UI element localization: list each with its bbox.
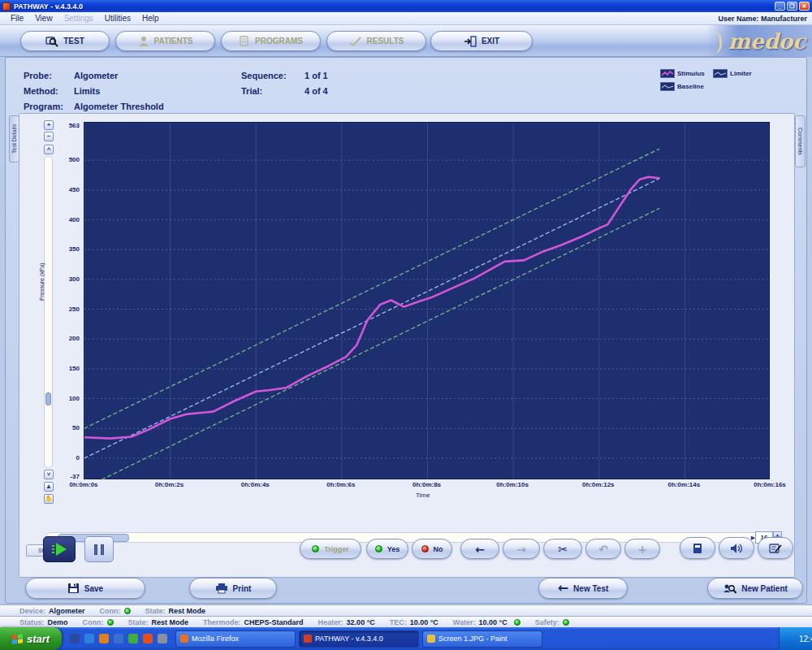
- maximize-button[interactable]: ❐: [787, 2, 797, 11]
- undo-icon: ↶: [598, 544, 608, 555]
- medoc-logo-block: ) medoc: [706, 25, 812, 57]
- safety-status-icon: [563, 619, 569, 626]
- new-test-arrow-icon: ←: [558, 582, 568, 595]
- sequence-label: Sequence:: [241, 71, 304, 80]
- vertical-scrollbar[interactable]: [44, 156, 53, 468]
- tray-icons: [784, 635, 793, 643]
- quick-launch-icon-4[interactable]: [114, 634, 123, 644]
- next-trial-button: →: [503, 539, 540, 559]
- x-tick-label: 0h:0m:16s: [754, 481, 786, 488]
- test-info: Probe:Algometer Method:Limits Program:Al…: [24, 67, 164, 114]
- zoom-out-button[interactable]: −: [44, 132, 54, 141]
- status-label: Status:: [19, 618, 45, 626]
- yes-dot-icon: [375, 545, 382, 552]
- save-button[interactable]: Save: [25, 578, 145, 599]
- y-tick-label: 0: [76, 454, 80, 462]
- play-button[interactable]: [43, 536, 76, 562]
- yes-button[interactable]: Yes: [366, 539, 408, 559]
- plot-area[interactable]: [84, 122, 770, 479]
- minimize-button[interactable]: _: [775, 2, 785, 11]
- task-firefox-label: Mozilla Firefox: [192, 635, 239, 643]
- user-name: User Name: Manufacturer: [718, 15, 807, 23]
- user-name-value: Manufacturer: [761, 15, 807, 23]
- quick-launch-icon-1[interactable]: [70, 634, 80, 644]
- no-dot-icon: [421, 545, 429, 552]
- quick-launch-icon-2[interactable]: [84, 634, 94, 644]
- test-details-tab[interactable]: Test Details: [9, 115, 19, 162]
- report-icon: [692, 543, 704, 554]
- task-pathway[interactable]: PATHWAY - v.4.3.4.0: [299, 630, 419, 648]
- magnifier-icon: [45, 36, 58, 47]
- menu-view[interactable]: View: [29, 14, 58, 23]
- play-icon: [56, 543, 67, 556]
- quick-launch-icon-7[interactable]: [158, 634, 167, 644]
- task-firefox[interactable]: Mozilla Firefox: [175, 630, 296, 648]
- plus-icon: +: [637, 544, 647, 555]
- quick-launch-icon-3[interactable]: [99, 634, 109, 644]
- y-tick-label: 100: [69, 395, 80, 402]
- device-label: Device:: [19, 607, 45, 615]
- comments-tab[interactable]: Comments: [795, 115, 806, 167]
- y-tick-label: 563: [69, 122, 80, 129]
- programs-button: PROGRAMS: [221, 31, 321, 51]
- water-label: Water:: [453, 618, 476, 626]
- notes-button[interactable]: [758, 537, 793, 559]
- probe-value: Algometer: [74, 71, 118, 80]
- method-value: Limits: [74, 86, 100, 96]
- water-status-icon: [514, 619, 520, 626]
- conn-status-icon: [124, 608, 131, 614]
- sequence-value: 1 of 1: [304, 71, 328, 80]
- menu-help[interactable]: Help: [136, 14, 165, 23]
- task-paint[interactable]: Screen 1.JPG - Paint: [422, 630, 542, 648]
- back-arrow-icon: ←: [475, 544, 485, 555]
- results-button: RESULTS: [326, 31, 426, 51]
- task-pathway-label: PATHWAY - v.4.3.4.0: [315, 635, 383, 643]
- quick-launch-bar: [70, 634, 167, 644]
- quick-launch-icon-5[interactable]: [128, 634, 138, 644]
- close-button[interactable]: ✕: [799, 2, 810, 11]
- print-button[interactable]: Print: [189, 578, 277, 599]
- new-patient-button[interactable]: New Patient: [707, 578, 803, 599]
- quick-launch-icon-6[interactable]: [143, 634, 153, 644]
- zoom-in-button[interactable]: +: [44, 120, 54, 130]
- sound-button[interactable]: [719, 537, 754, 559]
- pause-icon: [94, 544, 97, 555]
- transport-controls: Trigger Yes No ← → ✂ ↶ +: [6, 533, 808, 570]
- x-tick-label: 0h:0m:6s: [326, 481, 355, 488]
- exit-button-label: EXIT: [482, 37, 499, 46]
- exit-icon: [464, 36, 477, 47]
- x-axis-title: Time: [416, 492, 430, 499]
- chart-legend: Stimulus Limiter Baseline: [660, 69, 782, 95]
- scroll-up-button[interactable]: ˄: [44, 145, 54, 154]
- autoscale-button[interactable]: ▲: [44, 482, 54, 492]
- action-buttons: Save Print ← New Test New Patient: [6, 574, 808, 604]
- sequence-info: Sequence:1 of 1 Trial:4 of 4: [241, 67, 328, 98]
- menu-bar: File View Settings Utilities Help User N…: [0, 12, 812, 25]
- pause-button[interactable]: [84, 536, 114, 562]
- no-button[interactable]: No: [412, 539, 452, 559]
- main-toolbar: TEST PATIENTS PROGRAMS RESULTS EXIT: [0, 25, 812, 57]
- patients-button: PATIENTS: [115, 31, 215, 51]
- exit-button[interactable]: EXIT: [430, 31, 533, 51]
- previous-trial-button[interactable]: ←: [460, 539, 499, 559]
- tec-value: 10.00 °C: [410, 618, 438, 626]
- task-paint-label: Screen 1.JPG - Paint: [438, 635, 508, 643]
- menu-utilities[interactable]: Utilities: [99, 14, 136, 23]
- trigger-dot-icon: [312, 545, 319, 552]
- scroll-down-button[interactable]: ˅: [44, 470, 54, 479]
- report-button[interactable]: [680, 537, 715, 559]
- heater-label: Heater:: [318, 618, 343, 626]
- test-button[interactable]: TEST: [20, 31, 110, 51]
- new-test-button[interactable]: ← New Test: [538, 578, 628, 599]
- cut-button[interactable]: ✂: [543, 539, 582, 559]
- vertical-scrollbar-thumb[interactable]: [45, 392, 51, 405]
- menu-file[interactable]: File: [5, 14, 29, 23]
- baseline-swatch-icon: [660, 82, 675, 91]
- legend-limiter-label: Limiter: [730, 70, 752, 77]
- stimulus-swatch-icon: [660, 69, 675, 78]
- start-button[interactable]: start: [0, 627, 62, 650]
- y-tick-label: 350: [69, 245, 80, 253]
- pan-button[interactable]: ✋: [44, 494, 54, 504]
- medoc-logo-swoosh: ): [715, 28, 723, 54]
- status-value: Demo: [48, 618, 68, 626]
